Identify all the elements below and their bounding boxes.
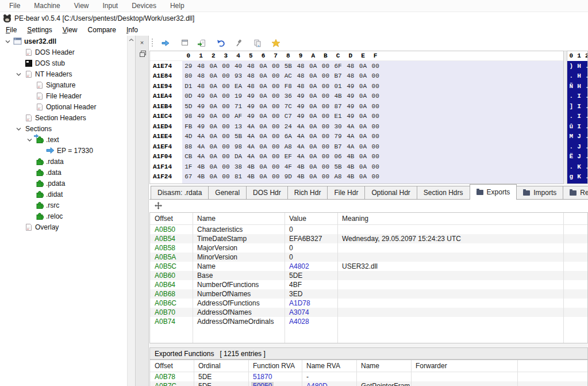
hex-row[interactable]: A1ED4FB490A00134A0A00244A0A00304A0A00: [150, 121, 563, 132]
tree-item-dos-stub[interactable]: DOS stub: [0, 58, 127, 68]
column-header-offset[interactable]: Offset: [150, 362, 194, 370]
ascii-row[interactable]: ]I.: [567, 101, 587, 112]
expander-chevron-icon[interactable]: [13, 124, 24, 133]
hex-row[interactable]: A1EC498490A00AF490A00C7490A00E1490A00: [150, 112, 563, 122]
table-row[interactable]: A0B5AMinorVersion0: [150, 253, 587, 262]
tree-item-data[interactable]: .data: [0, 167, 127, 178]
table-row[interactable]: A0B64NumberOfFunctions4BF: [150, 280, 587, 289]
name-rva-link[interactable]: A480D: [306, 382, 328, 386]
ascii-row[interactable]: .I.: [567, 112, 587, 122]
value-link[interactable]: A1D78: [289, 299, 310, 307]
table-row[interactable]: A0B785DE51870-: [150, 372, 587, 381]
hex-bytes[interactable]: 884A0A00984A0A00A84A0A00B74A0A00: [182, 143, 563, 150]
table-row[interactable]: A0B7C5DF50050A480DGetPointerFram: [150, 381, 587, 386]
ascii-row[interactable]: .J.: [567, 142, 587, 152]
menu-settings[interactable]: Settings: [22, 26, 57, 34]
ascii-row[interactable]: .H.: [567, 71, 587, 82]
pin-icon[interactable]: [235, 39, 244, 48]
hex-bytes[interactable]: 674B0A00814B0A009D4B0A00A84B0A00: [182, 173, 563, 180]
table-row[interactable]: A0B60Base5DE: [150, 271, 587, 280]
table-row[interactable]: A0B50Characteristics0: [150, 225, 587, 234]
favorite-star-icon[interactable]: [271, 39, 280, 48]
ascii-row[interactable]: .K.: [567, 162, 587, 172]
menu-file[interactable]: File: [1, 26, 22, 34]
hex-bytes[interactable]: D1480A00EA480A00F8480A0001490A00: [182, 83, 563, 90]
goto-entry-point-icon[interactable]: [161, 39, 170, 48]
ascii-row[interactable]: )H.: [567, 61, 587, 71]
load-into-window-icon[interactable]: [179, 39, 189, 48]
ascii-row[interactable]: MJ.: [567, 132, 587, 142]
tree-item-pdata[interactable]: .pdata: [0, 178, 127, 189]
tree-item-nt-headers[interactable]: NT Headers: [0, 68, 127, 79]
vm-menu-input[interactable]: Input: [96, 2, 125, 10]
menu-view[interactable]: View: [57, 26, 83, 34]
tree-item-sections[interactable]: Sections: [0, 123, 127, 134]
hex-row[interactable]: A1F04CB4A0A00DA4A0A00EF4A0A00064B0A00: [150, 152, 563, 162]
tree-item-rdata[interactable]: .rdata: [0, 156, 127, 167]
tree-item-rsrc[interactable]: .rsrc: [0, 200, 127, 211]
hex-bytes[interactable]: CB4A0A00DA4A0A00EF4A0A00064B0A00: [182, 153, 563, 160]
tab-section-hdrs[interactable]: Section Hdrs: [417, 186, 470, 199]
hex-row[interactable]: A1EE44D4A0A005B4A0A006A4A0A00794A0A00: [150, 132, 563, 142]
tab-resources[interactable]: Resources: [563, 186, 588, 199]
vm-menu-machine[interactable]: Machine: [27, 2, 67, 10]
column-header-function-rva[interactable]: Function RVA: [248, 362, 302, 370]
tree-item-signature[interactable]: Signature: [0, 79, 127, 90]
value-link[interactable]: A3074: [289, 308, 309, 316]
close-icon[interactable]: ×: [137, 38, 147, 47]
hex-row[interactable]: A1E7429480A0040480A005B480A006F480A00: [150, 61, 563, 71]
hex-row[interactable]: A1EB45D490A0071490A007C490A0087490A00: [150, 101, 563, 112]
value-link[interactable]: A4028: [289, 318, 309, 326]
ascii-row[interactable]: ËJ.: [567, 152, 587, 162]
ascii-row[interactable]: ÑH.: [567, 81, 587, 91]
tab-general[interactable]: General: [208, 186, 247, 199]
function-rva-link[interactable]: 51870: [253, 373, 272, 381]
tab-exports[interactable]: Exports: [470, 184, 517, 200]
tree-item-reloc[interactable]: .reloc: [0, 211, 127, 221]
tree-item-user32-dll[interactable]: user32.dll: [0, 36, 127, 47]
tree-item-section-headers[interactable]: Section Headers: [0, 112, 127, 123]
tree-item-optional-header[interactable]: Optional Header: [0, 101, 127, 112]
hex-bytes[interactable]: FB490A00134A0A00244A0A00304A0A00: [182, 123, 563, 130]
table-row[interactable]: A0B70AddressOfNamesA3074: [150, 308, 587, 317]
column-header-name[interactable]: Name: [356, 362, 411, 370]
column-header-ordinal[interactable]: Ordinal: [194, 362, 248, 370]
hex-row[interactable]: A1E8480480A0093480A00AC480A00B7480A00: [150, 71, 563, 82]
hex-bytes[interactable]: 5D490A0071490A007C490A0087490A00: [182, 103, 563, 110]
table-row[interactable]: A0B54TimeDateStampEFA6B327Wednesday, 29.…: [150, 234, 587, 243]
column-header-meaning[interactable]: Meaning: [337, 215, 579, 223]
function-rva-link[interactable]: 50050: [251, 382, 274, 386]
tree-item-text[interactable]: .text: [0, 134, 127, 145]
tab-file-hdr[interactable]: File Hdr: [327, 186, 365, 199]
load-file-icon[interactable]: [198, 39, 207, 48]
tree-item-dos-header[interactable]: DOS Header: [0, 47, 127, 58]
tab-dos-hdr[interactable]: DOS Hdr: [246, 186, 288, 199]
column-header-offset[interactable]: Offset: [150, 215, 193, 223]
vm-menu-view[interactable]: View: [67, 2, 96, 10]
hex-row[interactable]: A1F24674B0A00814B0A009D4B0A00A84B0A00: [150, 172, 563, 182]
vm-menu-help[interactable]: Help: [163, 2, 191, 10]
tree-item-ep-17330[interactable]: EP = 17330: [0, 145, 127, 156]
scroll-up-icon[interactable]: [128, 36, 135, 44]
value-link[interactable]: A4802: [289, 262, 309, 270]
ascii-preview-panel[interactable]: 012 )H..H.ÑH..I.]I..I.ûI.MJ..J.ËJ..K.gK.: [567, 51, 588, 184]
column-header-forwarder[interactable]: Forwarder: [411, 362, 517, 370]
menu-info[interactable]: Info: [121, 26, 143, 34]
table-row[interactable]: A0B68NumberOfNames3ED: [150, 289, 587, 299]
toolbar-drag-handle[interactable]: [152, 39, 153, 48]
hex-bytes[interactable]: 1F4B0A00384B0A004F4B0A005B4B0A00: [182, 163, 563, 170]
hex-row[interactable]: A1EF4884A0A00984A0A00A84A0A00B74A0A00: [150, 142, 563, 152]
undock-icon[interactable]: [137, 49, 147, 58]
hex-dump-panel[interactable]: 0123456789ABCDEF A1E7429480A0040480A005B…: [149, 51, 564, 184]
ascii-row[interactable]: ûI.: [567, 121, 587, 132]
tab-optional-hdr[interactable]: Optional Hdr: [364, 186, 417, 199]
hex-row[interactable]: A1EA40D490A0019490A0036490A004B490A00: [150, 91, 563, 102]
column-header-name[interactable]: Name: [193, 215, 285, 223]
tree-scrollbar[interactable]: [127, 36, 135, 386]
expander-chevron-icon[interactable]: [2, 37, 13, 46]
vm-menu-devices[interactable]: Devices: [125, 2, 163, 10]
vm-menu-file[interactable]: File: [2, 2, 27, 10]
ascii-row[interactable]: gK.: [567, 172, 587, 182]
hex-row[interactable]: A1E94D1480A00EA480A00F8480A0001490A00: [150, 81, 563, 91]
copy-icon[interactable]: [253, 39, 262, 48]
